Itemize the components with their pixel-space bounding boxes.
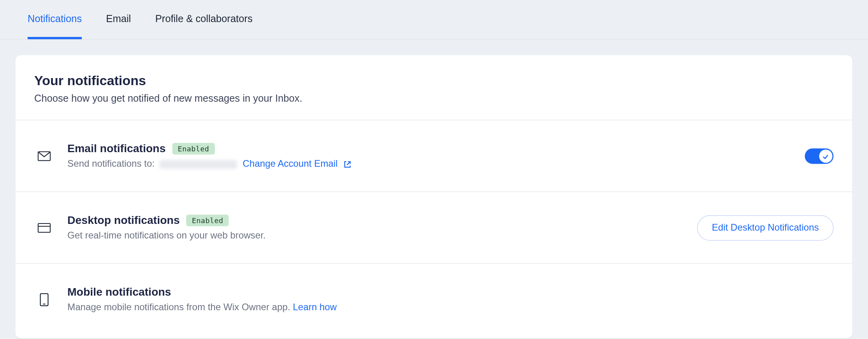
desktop-icon (34, 223, 54, 233)
tab-email[interactable]: Email (106, 0, 131, 39)
status-badge: Enabled (186, 215, 229, 226)
row-title: Mobile notifications (67, 286, 171, 298)
mobile-icon (34, 293, 54, 306)
check-icon (823, 152, 829, 162)
row-mobile-notifications: Mobile notifications Manage mobile notif… (15, 264, 853, 338)
redacted-email (159, 160, 237, 168)
row-email-notifications: Email notifications Enabled Send notific… (15, 120, 853, 192)
edit-desktop-notifications-button[interactable]: Edit Desktop Notifications (697, 215, 834, 240)
svg-rect-1 (38, 223, 51, 232)
learn-how-link[interactable]: Learn how (293, 302, 337, 313)
email-notifications-toggle[interactable] (805, 148, 834, 164)
panel-header: Your notifications Choose how you get no… (15, 55, 853, 120)
external-link-icon (344, 160, 352, 168)
status-badge: Enabled (172, 143, 215, 155)
row-desktop-notifications: Desktop notifications Enabled Get real-t… (15, 192, 853, 264)
row-title: Email notifications (67, 142, 166, 155)
page-subtitle: Choose how you get notified of new messa… (34, 93, 834, 104)
mail-icon (34, 151, 54, 161)
page-title: Your notifications (34, 73, 834, 88)
tab-notifications[interactable]: Notifications (28, 0, 82, 39)
notifications-panel: Your notifications Choose how you get no… (15, 55, 853, 338)
settings-tabs: Notifications Email Profile & collaborat… (0, 0, 868, 40)
change-account-email-link[interactable]: Change Account Email (243, 158, 338, 169)
row-desc-prefix: Send notifications to: (67, 158, 155, 169)
row-title: Desktop notifications (67, 214, 180, 227)
row-desc: Get real-time notifications on your web … (67, 230, 684, 241)
tab-profile-collaborators[interactable]: Profile & collaborators (155, 0, 253, 39)
row-desc: Manage mobile notifications from the Wix… (67, 302, 293, 313)
